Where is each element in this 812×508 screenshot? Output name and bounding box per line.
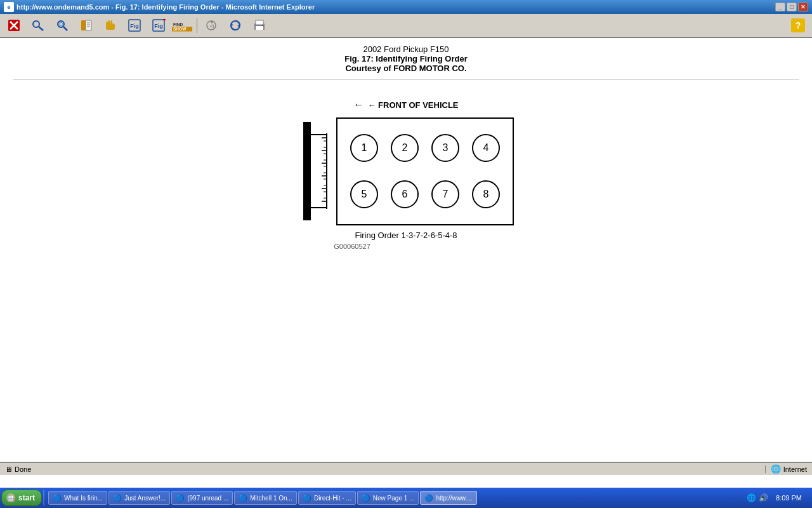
start-button[interactable]: 🪟 start — [1, 490, 42, 506]
help-icon: ? — [791, 18, 805, 32]
taskbar-item-4-icon: 🔵 — [239, 494, 247, 502]
firing-order-label: Firing Order 1-3-7-2-6-5-4-8 — [355, 231, 457, 240]
taskbar-item-6-label: New Page 1 ... — [373, 495, 415, 502]
svg-rect-33 — [303, 122, 311, 220]
taskbar-item-6[interactable]: 🔵 New Page 1 ... — [357, 491, 419, 505]
svg-text:Fig: Fig — [130, 23, 139, 29]
page-header: 2002 Ford Pickup F150 Fig. 17: Identifyi… — [13, 44, 799, 80]
title-bar: e http://www.ondemand5.com - Fig. 17: Id… — [0, 0, 812, 14]
engine-diagram: 1 2 3 4 5 6 7 8 — [298, 116, 514, 227]
taskbar-item-7-label: http://www.... — [436, 495, 472, 502]
engine-block: 1 2 3 4 5 6 7 8 — [336, 117, 514, 225]
svg-rect-14 — [108, 20, 110, 25]
clock: 8:09 PM — [771, 494, 807, 502]
fig2-button[interactable]: Fig — [147, 16, 170, 35]
cylinder-1: 1 — [350, 134, 378, 162]
svg-rect-15 — [110, 20, 112, 25]
cylinder-5: 5 — [350, 180, 378, 208]
taskbar-item-5-icon: 🔵 — [303, 494, 311, 502]
taskbar-item-2[interactable]: 🔵 Just Answer!... — [108, 491, 170, 505]
windows-logo: 🪟 — [6, 493, 16, 503]
cylinder-4: 4 — [472, 134, 500, 162]
taskbar: 🪟 start 🔵 What Is firin... 🔵 Just Answer… — [0, 488, 812, 508]
refresh-button[interactable] — [224, 16, 247, 35]
vehicle-title: 2002 Ford Pickup F150 — [13, 44, 799, 54]
taskbar-item-6-icon: 🔵 — [362, 494, 370, 502]
svg-rect-30 — [256, 26, 263, 30]
taskbar-item-3-label: (997 unread ... — [187, 495, 228, 502]
svg-line-6 — [63, 27, 67, 30]
key-button[interactable] — [27, 16, 49, 35]
status-icon: 🖥 — [5, 465, 12, 473]
content-area: 2002 Ford Pickup F150 Fig. 17: Identifyi… — [0, 38, 812, 462]
taskbar-item-3-icon: 🔵 — [176, 494, 185, 502]
svg-rect-8 — [81, 20, 86, 30]
svg-text:SHOW: SHOW — [173, 27, 187, 32]
system-tray: 🌐 🔊 8:09 PM — [743, 493, 811, 502]
fig-button[interactable]: Fig — [123, 16, 146, 35]
svg-point-7 — [59, 22, 63, 26]
tray-icon-1: 🌐 — [747, 493, 756, 502]
taskbar-item-1-icon: 🔵 — [53, 494, 62, 502]
cylinder-8: 8 — [472, 180, 500, 208]
svg-text:FIND: FIND — [173, 22, 183, 27]
svg-line-4 — [39, 27, 43, 30]
engine-left-side — [298, 116, 336, 227]
taskbar-item-4-label: Mitchell 1 On... — [250, 495, 292, 502]
status-done: 🖥 Done — [0, 465, 766, 473]
taskbar-item-1-label: What Is firin... — [64, 495, 103, 502]
cylinder-2: 2 — [391, 134, 419, 162]
window-title: http://www.ondemand5.com - Fig. 17: Iden… — [16, 3, 775, 11]
book-button[interactable] — [75, 16, 98, 35]
taskbar-item-3[interactable]: 🔵 (997 unread ... — [171, 491, 233, 505]
svg-point-32 — [262, 25, 263, 26]
taskbar-item-4[interactable]: 🔵 Mitchell 1 On... — [234, 491, 297, 505]
front-label: ← ← FRONT OF VEHICLE — [354, 99, 459, 110]
minimize-button[interactable]: _ — [775, 3, 785, 11]
browser-icon: e — [4, 2, 14, 12]
figure-title: Fig. 17: Identifying Firing Order — [13, 54, 799, 64]
taskbar-items: 🔵 What Is firin... 🔵 Just Answer!... 🔵 (… — [46, 491, 743, 505]
maximize-button[interactable]: □ — [787, 3, 797, 11]
close-button[interactable]: ✕ — [798, 3, 808, 11]
taskbar-item-7[interactable]: 🔵 http://www.... — [420, 491, 476, 505]
help-button[interactable]: ? — [787, 16, 809, 35]
cylinder-3: 3 — [431, 134, 459, 162]
window-controls[interactable]: _ □ ✕ — [775, 3, 808, 11]
svg-text:◁: ◁ — [210, 23, 214, 28]
hand-button[interactable] — [99, 16, 122, 35]
engine-bracket-svg — [298, 116, 336, 227]
cylinder-7: 7 — [431, 180, 459, 208]
courtesy-line: Courtesy of FORD MOTOR CO. — [13, 64, 799, 73]
tray-icon-2: 🔊 — [759, 493, 768, 502]
print-button[interactable] — [248, 16, 271, 35]
svg-text:Fig: Fig — [154, 23, 163, 29]
diagram-code: G00060527 — [334, 243, 370, 250]
refresh-prev-button[interactable]: ◁ — [200, 16, 223, 35]
svg-rect-36 — [326, 133, 327, 209]
taskbar-item-1[interactable]: 🔵 What Is firin... — [48, 491, 107, 505]
svg-rect-16 — [106, 22, 108, 27]
find-button[interactable]: FINDSHOW — [171, 16, 194, 35]
taskbar-divider — [43, 490, 44, 505]
svg-point-3 — [33, 21, 39, 27]
toolbar: Fig Fig FINDSHOW ◁ ? — [0, 14, 812, 38]
taskbar-item-7-icon: 🔵 — [424, 494, 433, 502]
globe-icon: 🌐 — [771, 464, 781, 474]
diagram-container: ← ← FRONT OF VEHICLE — [13, 99, 799, 250]
cylinder-grid: 1 2 3 4 5 6 7 8 — [336, 117, 514, 225]
close-tool-button[interactable] — [3, 16, 25, 35]
svg-rect-31 — [256, 20, 263, 25]
taskbar-item-5-label: Direct-Hit - ... — [314, 495, 351, 502]
status-bar: 🖥 Done 🌐 Internet — [0, 462, 812, 475]
taskbar-item-2-icon: 🔵 — [113, 494, 122, 502]
svg-rect-9 — [86, 20, 91, 30]
arrow-left-icon: ← — [354, 99, 364, 110]
taskbar-item-5[interactable]: 🔵 Direct-Hit - ... — [298, 491, 356, 505]
toolbar-separator — [197, 18, 197, 33]
status-internet: 🌐 Internet — [766, 464, 812, 474]
cylinder-6: 6 — [391, 180, 419, 208]
search-button[interactable] — [51, 16, 74, 35]
taskbar-item-2-label: Just Answer!... — [124, 495, 166, 502]
